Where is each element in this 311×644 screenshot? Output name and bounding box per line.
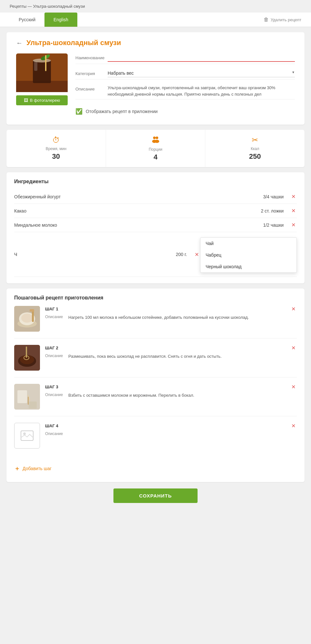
- clock-icon: ⏱: [52, 136, 60, 145]
- autocomplete-dropdown: Чай Чабрец Черный шоколад: [200, 237, 297, 273]
- step-content: ШАГ 4 ✕ Описание: [45, 423, 297, 449]
- step-item: ШАГ 2 ✕ Описание Размешивать, пока весь …: [14, 345, 297, 377]
- stat-portions-value: 4: [153, 153, 157, 161]
- ingredient-amount: 200 г.: [176, 252, 187, 257]
- fork-icon: ✂: [252, 136, 258, 145]
- save-button[interactable]: СОХРАНИТЬ: [113, 488, 198, 503]
- checkbox-icon[interactable]: ✅: [75, 108, 83, 115]
- delete-recipe-button[interactable]: Удалить рецепт: [264, 14, 301, 26]
- step-item: ШАГ 4 ✕ Описание: [14, 423, 297, 455]
- step-desc-text: Нагреть 100 мл молока в небольшом сотейн…: [68, 315, 249, 320]
- tab-english[interactable]: English: [44, 13, 77, 27]
- recipe-image: [16, 53, 68, 92]
- svg-point-15: [21, 314, 33, 323]
- autocomplete-item[interactable]: Чабрец: [200, 249, 296, 261]
- description-label: Описание: [75, 85, 108, 91]
- step-desc-label: Описание: [45, 354, 64, 358]
- step-image-3[interactable]: [14, 384, 40, 410]
- stat-kcal-value: 250: [249, 152, 261, 161]
- breadcrumb-parent[interactable]: Рецепты: [10, 4, 26, 9]
- step-content: ШАГ 1 ✕ Описание Нагреть 100 мл молока в…: [45, 306, 297, 332]
- svg-point-11: [155, 140, 159, 143]
- name-label: Наименование: [75, 53, 108, 60]
- step-desc-row: Описание Размешивать, пока весь шоколад …: [45, 354, 297, 359]
- gallery-button[interactable]: 🖼 В фотогалерею: [16, 95, 68, 105]
- stat-time: ⏱ Время, мин 30: [6, 130, 106, 167]
- step-desc-text: Взбить с оставшимся молоком и мороженым.…: [68, 393, 194, 398]
- autocomplete-item[interactable]: Черный шоколад: [200, 261, 296, 272]
- step-number: ШАГ 2: [45, 346, 58, 350]
- ingredient-name-input[interactable]: Ч: [14, 252, 176, 257]
- stat-time-value: 30: [52, 152, 60, 161]
- step-item: ШАГ 3 ✕ Описание Взбить с оставшимся мол…: [14, 384, 297, 416]
- step-desc-row: Описание: [45, 431, 297, 436]
- svg-rect-3: [34, 61, 37, 71]
- step-header: ШАГ 2 ✕: [45, 345, 297, 351]
- stat-time-label: Время, мин: [46, 147, 66, 151]
- step-number: ШАГ 4: [45, 423, 58, 428]
- tab-russian[interactable]: Русский: [10, 13, 44, 27]
- ingredient-row: Обезжиренный йогурт 3/4 чашки ✕: [14, 190, 297, 204]
- ingredient-row: Миндальное молоко 1/2 чашки ✕: [14, 218, 297, 232]
- ingredient-row-with-dropdown: Ч 200 г. ✕ Чай Чабрец Черный шоколад: [14, 232, 297, 277]
- ingredients-title: Ингредиенты: [14, 179, 297, 185]
- recipe-card: ← Ультра-шоколадный смузи: [6, 32, 305, 125]
- category-label: Категория: [75, 69, 108, 76]
- step-desc-label: Описание: [45, 315, 64, 319]
- remove-step-button[interactable]: ✕: [290, 306, 297, 312]
- stat-kcal: ✂ Ккал 250: [205, 130, 305, 167]
- name-field-row: Наименование: [75, 53, 295, 64]
- autocomplete-item[interactable]: Чай: [200, 238, 296, 249]
- step-desc-row: Описание Нагреть 100 мл молока в небольш…: [45, 315, 297, 320]
- remove-ingredient-button[interactable]: ✕: [290, 208, 297, 214]
- users-icon: [151, 136, 160, 145]
- breadcrumb-separator: —: [28, 4, 32, 9]
- remove-ingredient-button[interactable]: ✕: [290, 194, 297, 200]
- step-desc-text: Размешивать, пока весь шоколад не распла…: [68, 354, 222, 359]
- step-number: ШАГ 1: [45, 307, 58, 311]
- step-number: ШАГ 3: [45, 384, 58, 389]
- step-header: ШАГ 3 ✕: [45, 384, 297, 390]
- smoothie-illustration: [16, 53, 68, 92]
- step-image-placeholder[interactable]: [14, 423, 40, 449]
- stat-kcal-label: Ккал: [251, 147, 259, 151]
- stat-portions: Порции 4: [106, 130, 206, 167]
- recipe-card-header: ← Ультра-шоколадный смузи: [16, 39, 295, 47]
- steps-title: Пошаговый рецепт приготовления: [14, 295, 297, 301]
- category-select-wrapper: Набрать вес Похудеть Здоровое питание: [108, 69, 295, 77]
- ingredient-amount: 2 ст. ложки: [261, 208, 284, 213]
- save-section: СОХРАНИТЬ: [0, 488, 311, 503]
- name-input[interactable]: [108, 53, 295, 62]
- remove-ingredient-button[interactable]: ✕: [290, 222, 297, 228]
- svg-rect-27: [29, 402, 37, 409]
- show-in-app-row: ✅ Отображать рецепт в приложении: [75, 105, 295, 115]
- step-desc-row: Описание Взбить с оставшимся молоком и м…: [45, 393, 297, 398]
- description-text: Ультра-шоколадный смузи, приготовленный …: [108, 85, 295, 97]
- ingredient-name: Какао: [14, 208, 261, 213]
- category-field-row: Категория Набрать вес Похудеть Здоровое …: [75, 69, 295, 80]
- tabs: Русский English: [10, 13, 77, 27]
- delete-button-label: Удалить рецепт: [271, 17, 301, 22]
- category-select[interactable]: Набрать вес Похудеть Здоровое питание: [108, 69, 295, 77]
- recipe-title: Ультра-шоколадный смузи: [26, 39, 121, 47]
- gallery-icon: 🖼: [24, 98, 28, 103]
- remove-ingredient-button[interactable]: ✕: [193, 251, 200, 258]
- ingredient-name: Миндальное молоко: [14, 223, 263, 228]
- stats-row: ⏱ Время, мин 30 Порции 4 ✂ Ккал 250: [6, 130, 305, 167]
- breadcrumb-current: Ультра-шоколадный смузи: [33, 4, 85, 9]
- ingredient-name: Обезжиренный йогурт: [14, 194, 263, 199]
- back-button[interactable]: ←: [16, 39, 23, 47]
- step-content: ШАГ 3 ✕ Описание Взбить с оставшимся мол…: [45, 384, 297, 410]
- remove-step-button[interactable]: ✕: [290, 384, 297, 390]
- remove-step-button[interactable]: ✕: [290, 423, 297, 429]
- remove-step-button[interactable]: ✕: [290, 345, 297, 351]
- step-desc-label: Описание: [45, 393, 64, 397]
- add-step-button[interactable]: ＋ Добавить шаг: [14, 461, 52, 476]
- plus-icon: ＋: [14, 465, 20, 472]
- svg-rect-26: [28, 397, 29, 405]
- show-in-app-label: Отображать рецепт в приложении: [86, 109, 158, 114]
- step-image-1[interactable]: [14, 306, 40, 332]
- ingredients-card: Ингредиенты Обезжиренный йогурт 3/4 чашк…: [6, 172, 305, 283]
- step-image-2[interactable]: [14, 345, 40, 371]
- recipe-fields: Наименование Категория Набрать вес Похуд…: [75, 53, 295, 115]
